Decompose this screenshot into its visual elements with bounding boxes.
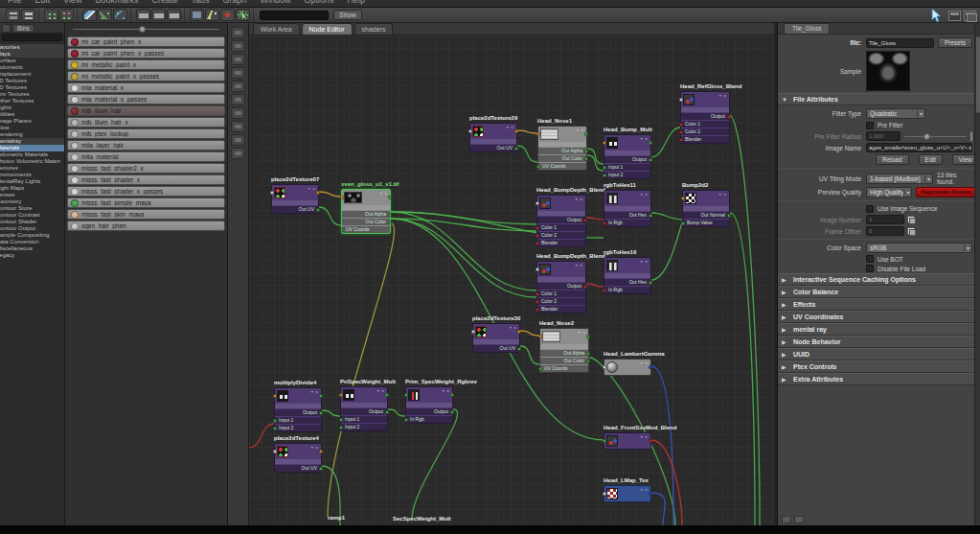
node-rgbToHex10[interactable]: rgbToHex10Out HexIn Rgb xyxy=(604,248,651,294)
port-dot[interactable] xyxy=(586,335,590,338)
node-body[interactable]: Out UV xyxy=(472,323,520,353)
node-multiplyDivide4[interactable]: multiplyDivide4OutputInput 1Input 2 xyxy=(274,379,322,432)
category-item[interactable]: Glow xyxy=(0,125,64,131)
port-color-1[interactable]: Color 1 xyxy=(537,224,585,231)
port-in-rgb[interactable]: In Rgb xyxy=(604,287,650,293)
frame-all-button[interactable] xyxy=(231,67,245,79)
port-out-color[interactable]: Out Color xyxy=(342,219,390,225)
port-input-2[interactable]: Input 2 xyxy=(275,425,321,431)
menu-edit[interactable]: Edit xyxy=(35,0,51,7)
port-color-1[interactable]: Color 1 xyxy=(537,290,585,297)
port-dot[interactable] xyxy=(450,393,454,397)
uv-tiling-dropdown[interactable]: 1-based (Mudbox) ▾ xyxy=(866,174,933,184)
port-dot[interactable] xyxy=(603,439,606,443)
section-uuid[interactable]: ▶UUID xyxy=(778,348,980,360)
node-Head_FrontSssMod_Blend[interactable]: Head_FrontSssMod_Blend xyxy=(604,424,651,450)
node-body[interactable]: Out UV xyxy=(271,184,319,214)
notes-icon[interactable] xyxy=(782,516,791,523)
port-dot[interactable] xyxy=(536,132,540,136)
port-dot[interactable] xyxy=(603,492,606,496)
node-body[interactable]: Out UV xyxy=(469,123,517,152)
node-Head_BumpDepth_Blend[interactable]: Head_BumpDepth_BlendOutputColor 1Color 2… xyxy=(536,252,586,313)
port-output[interactable]: Output xyxy=(537,217,585,223)
port-blender[interactable]: Blender xyxy=(681,136,729,143)
port-dot[interactable] xyxy=(385,393,389,397)
port-dot[interactable] xyxy=(603,221,606,225)
port-blender[interactable]: Blender xyxy=(537,240,585,246)
curve-icon[interactable] xyxy=(205,9,219,21)
expression-icon[interactable] xyxy=(907,216,915,223)
port-output[interactable]: Output xyxy=(604,156,650,163)
tab-bins[interactable]: Bins xyxy=(12,24,34,32)
category-item[interactable]: mentalray xyxy=(0,138,64,145)
shader-swatch-item[interactable]: mi_car_paint_phen_x xyxy=(67,36,225,47)
port-color-1[interactable]: Color 1 xyxy=(681,121,729,128)
graph-network-icon[interactable] xyxy=(98,9,112,21)
shader-swatch-item[interactable]: mi_car_paint_phen_x_passes xyxy=(67,48,225,58)
shader-swatch-item[interactable]: misss_fast_shader_x xyxy=(67,174,225,185)
category-item[interactable]: Photon Volumetric Materi xyxy=(0,158,64,165)
shader-swatch-item[interactable]: xgen_hair_phen xyxy=(67,221,225,231)
shader-swatch-item[interactable]: mia_material_x_passes xyxy=(67,94,225,104)
port-dot[interactable] xyxy=(450,410,454,414)
port-dot[interactable] xyxy=(536,292,539,296)
port-dot[interactable] xyxy=(649,214,652,218)
port-output[interactable]: Output xyxy=(537,283,585,290)
port-dot[interactable] xyxy=(273,419,277,423)
node-body[interactable]: Out AlphaOut ColorUV Coords xyxy=(341,189,391,234)
port-dot[interactable] xyxy=(514,147,518,151)
node-Prim_SpecWeight_Rgbrev[interactable]: Prim_SpecWeight_RgbrevOutputIn Rgb xyxy=(405,378,453,424)
menu-window[interactable]: Window xyxy=(260,0,290,7)
use-bot-checkbox[interactable] xyxy=(866,255,874,263)
node-body[interactable] xyxy=(604,359,651,376)
category-item[interactable]: Legacy xyxy=(0,252,64,259)
port-color-2[interactable]: Color 2 xyxy=(681,128,729,135)
port-dot[interactable] xyxy=(471,330,475,334)
port-out-alpha[interactable]: Out Alpha xyxy=(538,148,586,154)
category-item[interactable]: Lights xyxy=(0,104,64,111)
section-file-attributes[interactable]: ▼ File Attributes xyxy=(778,93,980,105)
node-ramp1[interactable]: ramp1 xyxy=(328,514,345,522)
category-item[interactable]: Materials xyxy=(0,145,64,151)
section-ptex-controls[interactable]: ▶Ptex Controls xyxy=(778,360,980,373)
port-dot[interactable] xyxy=(339,426,343,430)
node-body[interactable]: Out HexIn Rgb xyxy=(604,257,651,294)
color-space-dropdown[interactable]: sRGB ▾ xyxy=(866,243,972,253)
node-body[interactable]: OutputInput 1Input 2 xyxy=(274,387,322,432)
category-item[interactable]: Contour Store xyxy=(0,205,64,212)
pin-button[interactable] xyxy=(231,134,245,146)
port-output[interactable]: Output xyxy=(275,409,321,416)
menu-help[interactable]: Help xyxy=(348,0,366,7)
port-out-color[interactable]: Out Color xyxy=(538,155,586,162)
grid-toggle-button[interactable] xyxy=(231,40,245,52)
port-dot[interactable] xyxy=(603,174,606,177)
port-dot[interactable] xyxy=(536,308,539,312)
image-number-field[interactable]: 1 xyxy=(866,215,904,224)
port-dot[interactable] xyxy=(517,330,521,334)
tab-node-editor[interactable]: Node Editor xyxy=(302,23,353,35)
add-to-graph-button[interactable] xyxy=(231,94,245,105)
section-interactive-sequence-caching-options[interactable]: ▶Interactive Sequence Caching Options xyxy=(778,273,980,286)
port-output[interactable]: Output xyxy=(681,113,729,120)
pre-filter-radius-slider[interactable] xyxy=(904,136,967,137)
node-Head_Nose1[interactable]: Head_Nose1Out AlphaOut ColorUV Coords xyxy=(537,117,587,171)
output-connections-icon[interactable] xyxy=(167,9,181,21)
port-dot[interactable] xyxy=(273,450,277,453)
node-body[interactable]: Out NormalBump Value xyxy=(682,190,730,227)
category-item[interactable]: Lenses xyxy=(0,192,64,198)
shader-swatch-item[interactable]: mia_material_x xyxy=(67,82,225,93)
port-dot[interactable] xyxy=(536,234,539,238)
node-Head_Bump_Mult[interactable]: Head_Bump_MultOutputInput 1Input 2 xyxy=(604,126,651,179)
port-out-normal[interactable]: Out Normal xyxy=(683,212,729,219)
port-dot[interactable] xyxy=(316,208,320,212)
edit-button[interactable]: Edit xyxy=(919,154,943,165)
node-Head_RefGloss_Blend[interactable]: Head_RefGloss_BlendOutputColor 1Color 2B… xyxy=(680,82,730,144)
menu-file[interactable]: File xyxy=(8,0,22,7)
slider-handle[interactable] xyxy=(139,26,146,33)
frame-selected-button[interactable] xyxy=(231,81,245,92)
category-item[interactable]: Textures xyxy=(0,165,64,172)
brush-icon[interactable] xyxy=(82,9,97,21)
category-item[interactable]: Other Textures xyxy=(0,98,64,104)
tab-shaders[interactable]: shaders xyxy=(354,23,394,35)
port-dot[interactable] xyxy=(404,418,408,422)
